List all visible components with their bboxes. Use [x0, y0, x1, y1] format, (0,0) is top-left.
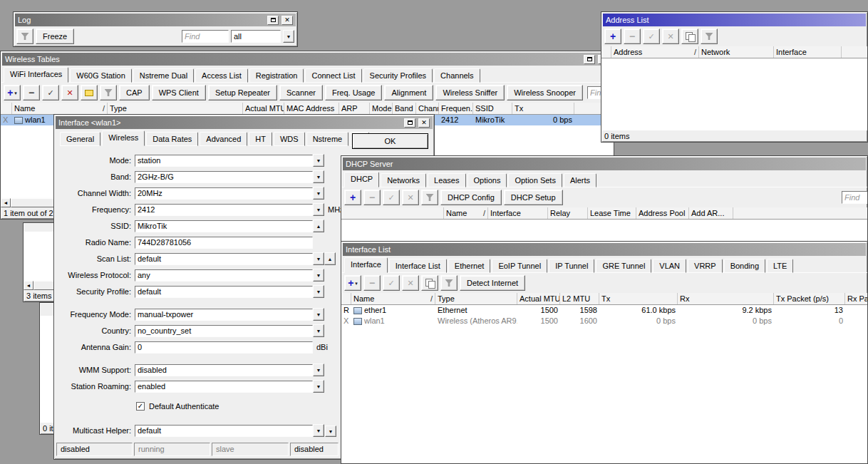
- tab-ht[interactable]: HT: [249, 132, 272, 146]
- ok-button[interactable]: OK: [352, 133, 428, 149]
- tab-access-list[interactable]: Access List: [195, 68, 248, 83]
- tab-advanced[interactable]: Advanced: [200, 132, 247, 146]
- frequency-input[interactable]: [135, 204, 313, 216]
- titlebar[interactable]: Interface <wlan1> ✕: [56, 116, 433, 129]
- wireless-protocol-input[interactable]: [135, 269, 313, 282]
- column-flag[interactable]: [1, 103, 12, 114]
- titlebar[interactable]: Interface List: [343, 243, 866, 256]
- column-name[interactable]: Name/: [351, 293, 435, 304]
- radio-name-input[interactable]: [135, 237, 313, 249]
- column-relay[interactable]: Relay: [548, 207, 588, 219]
- tab-wireless[interactable]: Wireless: [102, 130, 145, 146]
- add-button[interactable]: +: [604, 29, 621, 44]
- disable-button[interactable]: ✕: [662, 29, 679, 44]
- country-input[interactable]: [135, 325, 313, 337]
- dhcp-setup-button[interactable]: DHCP Setup: [504, 190, 563, 205]
- restore-button[interactable]: [267, 16, 279, 25]
- enable-button[interactable]: ✓: [42, 85, 59, 100]
- column-name[interactable]: Name/: [12, 103, 108, 114]
- column-mode[interactable]: Mode: [370, 103, 393, 114]
- column-add-arp[interactable]: Add AR...: [689, 207, 733, 219]
- add-dropdown-button[interactable]: +▾: [344, 275, 361, 291]
- comment-button[interactable]: [421, 275, 438, 291]
- column-channel[interactable]: Chann...: [416, 103, 439, 114]
- dropdown-button[interactable]: ▼: [313, 308, 324, 321]
- tab-data-rates[interactable]: Data Rates: [146, 132, 198, 146]
- tab-leases[interactable]: Leases: [428, 173, 465, 187]
- tab-dhcp[interactable]: DHCP: [344, 172, 379, 187]
- station-roaming-input[interactable]: [135, 381, 313, 393]
- column-l2-mtu[interactable]: L2 MTU: [560, 293, 599, 304]
- column-lease-time[interactable]: Lease Time: [588, 207, 636, 219]
- table-body[interactable]: [601, 58, 867, 130]
- column-network[interactable]: Network: [699, 46, 774, 58]
- scroll-down-button[interactable]: ▼: [325, 426, 336, 437]
- filter-button[interactable]: [440, 275, 458, 291]
- security-profile-input[interactable]: [135, 286, 313, 298]
- tab-ethernet[interactable]: Ethernet: [448, 259, 491, 273]
- dropdown-button[interactable]: ▼: [313, 269, 324, 282]
- column-flag[interactable]: [341, 293, 351, 304]
- add-entry-button[interactable]: ▲: [324, 252, 336, 265]
- column-address-pool[interactable]: Address Pool: [636, 207, 689, 219]
- default-authenticate-checkbox[interactable]: ✓: [136, 402, 145, 411]
- remove-button[interactable]: −: [363, 275, 381, 291]
- mode-input[interactable]: [135, 155, 313, 167]
- tab-security-profiles[interactable]: Security Profiles: [363, 68, 433, 83]
- column-rx[interactable]: Rx: [678, 293, 774, 304]
- tab-interface-list[interactable]: Interface List: [389, 259, 447, 273]
- column-band[interactable]: Band: [393, 103, 416, 114]
- column-rx-packet[interactable]: Rx Pa...: [845, 293, 867, 304]
- add-dropdown-button[interactable]: +▾: [4, 85, 21, 100]
- titlebar[interactable]: DHCP Server: [343, 158, 866, 170]
- tab-wds[interactable]: WDS: [274, 132, 305, 146]
- dropdown-button[interactable]: ▼: [313, 285, 324, 298]
- column-mac-address[interactable]: MAC Address: [284, 103, 339, 114]
- scanner-button[interactable]: Scanner: [279, 85, 323, 100]
- antenna-gain-input[interactable]: [135, 341, 313, 354]
- titlebar[interactable]: Log ✕: [15, 14, 296, 26]
- freeze-button[interactable]: Freeze: [36, 29, 74, 44]
- tab-networks[interactable]: Networks: [381, 173, 426, 187]
- band-input[interactable]: [135, 171, 313, 183]
- tab-eoip-tunnel[interactable]: EoIP Tunnel: [492, 259, 547, 273]
- column-flag[interactable]: [601, 46, 611, 58]
- setup-repeater-button[interactable]: Setup Repeater: [208, 85, 277, 100]
- cap-button[interactable]: CAP: [119, 85, 150, 100]
- tab-registration[interactable]: Registration: [249, 68, 304, 83]
- filter-button[interactable]: [701, 29, 718, 44]
- add-button[interactable]: +: [344, 190, 361, 205]
- multicast-helper-input[interactable]: [135, 425, 313, 437]
- column-address[interactable]: Address/: [611, 46, 699, 58]
- channel-width-input[interactable]: [135, 187, 313, 200]
- tab-options[interactable]: Options: [467, 173, 507, 187]
- column-frequency[interactable]: Frequen...: [439, 103, 473, 114]
- column-type[interactable]: Type: [435, 293, 517, 304]
- tab-general[interactable]: General: [60, 132, 100, 146]
- dropdown-button[interactable]: ▼: [313, 203, 324, 216]
- disable-button[interactable]: ✕: [402, 190, 419, 205]
- dropdown-button[interactable]: ▼: [313, 252, 324, 265]
- column-arp[interactable]: ARP: [339, 103, 370, 114]
- restore-button[interactable]: [404, 118, 415, 128]
- detect-internet-button[interactable]: Detect Internet: [460, 275, 525, 291]
- collapse-button[interactable]: ▲: [313, 220, 324, 232]
- ssid-input[interactable]: [135, 220, 313, 232]
- column-type[interactable]: Type: [108, 103, 243, 114]
- dropdown-button[interactable]: ▼: [313, 364, 324, 376]
- table-body[interactable]: [341, 326, 867, 463]
- wireless-sniffer-button[interactable]: Wireless Sniffer: [435, 85, 505, 100]
- close-button[interactable]: ✕: [418, 118, 430, 128]
- column-tx-packet[interactable]: Tx Packet (p/s): [774, 293, 845, 304]
- remove-button[interactable]: −: [23, 85, 40, 100]
- tab-w60g-station[interactable]: W60G Station: [70, 68, 131, 83]
- enable-button[interactable]: ✓: [383, 190, 400, 205]
- comment-button[interactable]: [81, 85, 98, 100]
- tab-alerts[interactable]: Alerts: [564, 173, 596, 187]
- filter-button[interactable]: [421, 190, 438, 205]
- wireless-snooper-button[interactable]: Wireless Snooper: [507, 85, 583, 100]
- disable-button[interactable]: ✕: [402, 275, 419, 291]
- log-filter-select[interactable]: [231, 30, 281, 43]
- table-row[interactable]: R ether1 Ethernet 1500 1598 61.0 kbps 9.…: [341, 305, 867, 316]
- enable-button[interactable]: ✓: [643, 29, 660, 44]
